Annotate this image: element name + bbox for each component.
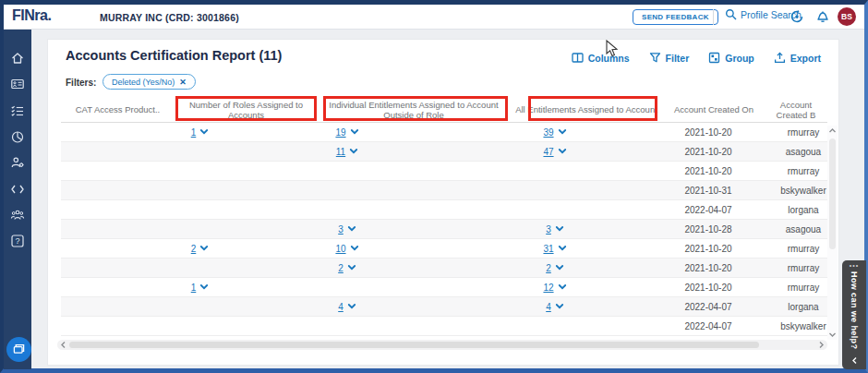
filter-chip-deleted[interactable]: Deleted (Yes/No) ✕ bbox=[102, 74, 196, 90]
cell-cat-access-product bbox=[61, 123, 175, 141]
cell-cat-access-product bbox=[61, 181, 175, 199]
home-icon[interactable] bbox=[10, 51, 25, 66]
cell-all-entitlements-count: 31 bbox=[510, 239, 663, 258]
help-icon[interactable]: ? bbox=[10, 234, 25, 248]
filters-label: Filters: bbox=[66, 78, 96, 88]
table-row: 119392021-10-20rmurray bbox=[61, 123, 827, 142]
finra-logo[interactable]: FINra. bbox=[12, 7, 51, 24]
cell-cat-access-product bbox=[61, 278, 175, 296]
cell-roles-count bbox=[175, 142, 318, 161]
cell-individual-entitlements-count-value[interactable]: 19 bbox=[335, 127, 358, 138]
code-icon[interactable] bbox=[10, 182, 25, 197]
scroll-up-icon[interactable] bbox=[828, 126, 837, 135]
cell-created-by: lorgana bbox=[765, 297, 827, 316]
col-header-account-created-by[interactable]: Account Created B bbox=[765, 97, 827, 122]
table-row: 2021-10-20rmurray bbox=[61, 162, 827, 181]
cell-all-entitlements-count-value[interactable]: 31 bbox=[543, 244, 566, 254]
export-button[interactable]: Export bbox=[774, 52, 821, 64]
finra-logo-text: FINra bbox=[12, 7, 47, 23]
cell-all-entitlements-count-value[interactable]: 39 bbox=[543, 127, 566, 138]
checklist-icon[interactable] bbox=[10, 103, 25, 118]
cell-individual-entitlements-count bbox=[318, 317, 510, 335]
horizontal-scrollbar[interactable] bbox=[57, 340, 827, 350]
cell-roles-count bbox=[175, 297, 318, 316]
cell-created-by-value: rmurray bbox=[788, 283, 819, 293]
horizontal-scroll-thumb[interactable] bbox=[69, 342, 759, 348]
chevron-left-icon[interactable] bbox=[850, 356, 859, 365]
recently-viewed-icon[interactable] bbox=[789, 8, 805, 25]
notifications-bell-icon[interactable] bbox=[814, 8, 831, 25]
cell-roles-count bbox=[175, 181, 318, 199]
cell-cat-access-product bbox=[61, 239, 175, 258]
cell-created-by: rmurray bbox=[765, 278, 827, 296]
cell-roles-count-value[interactable]: 1 bbox=[191, 283, 210, 293]
cell-individual-entitlements-count-value[interactable]: 3 bbox=[338, 224, 356, 235]
annotation-box-number-of-roles bbox=[175, 96, 317, 121]
resources-button[interactable] bbox=[6, 337, 31, 362]
table-row: 210312021-10-20rmurray bbox=[61, 239, 827, 259]
cell-individual-entitlements-count-value[interactable]: 2 bbox=[338, 263, 356, 273]
cell-individual-entitlements-count-value[interactable]: 4 bbox=[338, 302, 356, 312]
cell-individual-entitlements-count-value[interactable]: 11 bbox=[336, 147, 358, 157]
cell-roles-count bbox=[175, 220, 318, 238]
vertical-scrollbar[interactable] bbox=[827, 126, 838, 340]
user-avatar[interactable]: BS bbox=[838, 7, 856, 26]
cell-created-on-value: 2021-10-20 bbox=[684, 263, 731, 273]
filter-icon bbox=[649, 52, 661, 64]
scroll-down-icon[interactable] bbox=[828, 331, 837, 339]
cell-created-on: 2022-04-07 bbox=[663, 200, 765, 219]
cell-individual-entitlements-count bbox=[318, 162, 510, 180]
cell-created-on-value: 2021-10-20 bbox=[684, 244, 731, 254]
cell-all-entitlements-count: 12 bbox=[510, 278, 663, 296]
cell-all-entitlements-count: 2 bbox=[510, 259, 663, 277]
cell-all-entitlements-count bbox=[510, 181, 663, 199]
vertical-scroll-thumb[interactable] bbox=[829, 138, 836, 249]
id-card-icon[interactable] bbox=[10, 77, 25, 91]
pie-chart-icon[interactable] bbox=[10, 129, 25, 144]
cell-created-on: 2021-10-31 bbox=[663, 181, 765, 199]
cell-all-entitlements-count-value[interactable]: 4 bbox=[546, 302, 564, 312]
community-icon[interactable] bbox=[10, 208, 25, 223]
cell-created-on: 2022-04-07 bbox=[663, 317, 765, 335]
send-feedback-button[interactable]: SEND FEEDBACK bbox=[633, 9, 718, 25]
cell-roles-count: 1 bbox=[175, 123, 318, 141]
cell-cat-access-product bbox=[61, 162, 175, 180]
help-tab[interactable]: ••• How can we help? bbox=[842, 260, 866, 369]
cell-roles-count-value[interactable]: 2 bbox=[191, 244, 210, 254]
cell-created-by-value: lorgana bbox=[788, 205, 818, 215]
cell-created-by-value: rmurray bbox=[788, 263, 819, 273]
group-button[interactable]: Group bbox=[708, 52, 754, 64]
columns-icon bbox=[572, 52, 584, 64]
columns-button[interactable]: Columns bbox=[572, 52, 630, 64]
filter-button[interactable]: Filter bbox=[649, 52, 690, 64]
cell-all-entitlements-count-value[interactable]: 2 bbox=[546, 263, 564, 273]
cell-created-by-value: rmurray bbox=[788, 244, 819, 254]
cell-roles-count-value[interactable]: 1 bbox=[191, 127, 210, 138]
user-settings-icon[interactable] bbox=[10, 155, 25, 170]
cell-all-entitlements-count bbox=[510, 200, 663, 219]
cell-all-entitlements-count-value[interactable]: 3 bbox=[546, 224, 564, 235]
scroll-right-icon[interactable] bbox=[817, 341, 826, 349]
annotation-box-individual-entitlements bbox=[323, 96, 508, 121]
col-header-account-created-on[interactable]: Account Created On bbox=[663, 97, 765, 122]
cell-all-entitlements-count-value[interactable]: 47 bbox=[543, 147, 566, 157]
accounts-table: CAT Access Product.. Number of Roles Ass… bbox=[61, 97, 827, 336]
cell-all-entitlements-count-value[interactable]: 12 bbox=[543, 283, 566, 293]
top-bar: FINra. MURRAY INC (CRD: 3001866) SEND FE… bbox=[4, 5, 864, 30]
cell-individual-entitlements-count-value[interactable]: 10 bbox=[335, 244, 358, 254]
col-header-cat-access-product[interactable]: CAT Access Product.. bbox=[61, 97, 175, 122]
cell-created-on-value: 2022-04-07 bbox=[684, 205, 731, 215]
columns-label: Columns bbox=[588, 53, 630, 64]
cell-created-on-value: 2021-10-28 bbox=[684, 224, 731, 235]
scroll-left-icon[interactable] bbox=[59, 341, 67, 349]
cell-created-by: rmurray bbox=[765, 162, 827, 180]
chip-close-icon[interactable]: ✕ bbox=[179, 78, 187, 87]
table-row: 2022-04-07lorgana bbox=[61, 200, 827, 220]
cell-all-entitlements-count: 39 bbox=[510, 123, 663, 141]
cell-created-by: rmurray bbox=[765, 123, 827, 141]
cell-roles-count: 2 bbox=[175, 239, 318, 258]
cell-individual-entitlements-count: 2 bbox=[318, 259, 510, 277]
cell-all-entitlements-count bbox=[510, 162, 663, 180]
export-icon bbox=[774, 52, 786, 64]
cell-created-on-value: 2021-10-20 bbox=[684, 283, 731, 293]
